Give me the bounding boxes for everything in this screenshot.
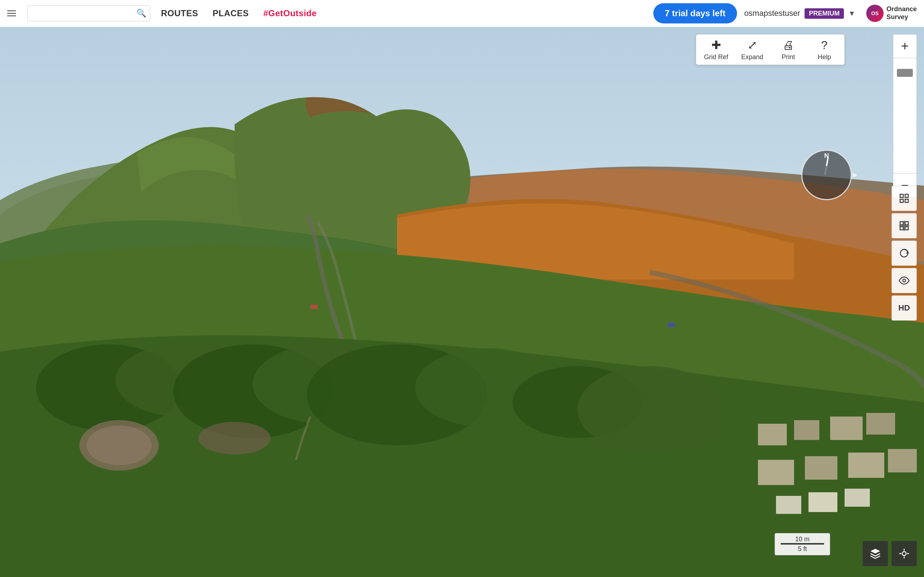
scale-top-label: 10 m [795,535,809,543]
svg-point-37 [902,552,906,556]
svg-point-36 [903,279,906,282]
location-button[interactable] [892,541,917,566]
zoom-slider-container [893,58,917,174]
svg-rect-19 [888,449,917,472]
print-icon: 🖨 [782,39,794,52]
grid-ref-button[interactable]: ✚ Grid Ref [703,38,729,61]
map-toolbar: ✚ Grid Ref ⤢ Expand 🖨 Print ? Help [696,34,845,65]
scale-line [781,543,824,545]
help-icon: ? [821,39,828,52]
header: Edinburgh, City of Edinburg 🔍 ROUTES PLA… [0,0,924,27]
map-view[interactable]: ✚ Grid Ref ⤢ Expand 🖨 Print ? Help + − [0,27,924,577]
expand-button[interactable]: ⤢ Expand [740,38,765,61]
grid-ref-icon: ✚ [711,38,721,52]
svg-rect-26 [905,194,908,198]
svg-rect-15 [866,413,895,435]
svg-rect-22 [845,488,870,507]
trial-button[interactable]: 7 trial days left [653,3,737,23]
routes-link[interactable]: ROUTES [161,8,198,18]
svg-rect-27 [900,200,903,203]
satellite-button[interactable] [892,213,917,239]
os-logo-text: OrdnanceSurvey [887,5,917,21]
expand-icon: ⤢ [748,38,757,52]
expand-label: Expand [741,53,763,61]
svg-rect-28 [905,200,908,203]
svg-rect-20 [776,496,801,514]
zoom-controls: + − [893,34,917,197]
grid-ref-label: Grid Ref [704,53,728,61]
compass-circle: N [801,150,852,200]
svg-rect-31 [900,227,903,230]
search-button[interactable]: 🔍 [136,9,146,18]
svg-point-10 [87,425,152,465]
username-label: osmapstestuser [744,9,800,18]
compass-arrow-right: ► [851,170,859,180]
user-dropdown-arrow[interactable]: ▼ [848,10,855,18]
svg-rect-18 [848,453,884,478]
right-tools: HD [892,186,917,321]
svg-rect-13 [794,420,819,440]
svg-rect-24 [668,323,675,327]
search-input[interactable]: Edinburgh, City of Edinburg [31,8,134,18]
os-logo: OS OrdnanceSurvey [866,5,917,22]
help-label: Help [817,53,831,61]
svg-rect-17 [805,456,837,480]
hd-button[interactable]: HD [892,295,917,321]
eye-view-button[interactable] [892,268,917,293]
help-button[interactable]: ? Help [812,39,837,61]
zoom-in-button[interactable]: + [893,34,917,58]
reset-view-button[interactable] [892,240,917,266]
svg-point-8 [577,366,722,453]
nav-links: ROUTES PLACES #GetOutside [161,8,317,18]
compass[interactable]: N ► [801,150,852,200]
svg-rect-16 [758,460,794,485]
svg-rect-23 [310,305,318,309]
layers-button[interactable] [863,541,888,566]
svg-rect-12 [758,424,787,445]
svg-rect-25 [900,194,903,198]
getoutside-link[interactable]: #GetOutside [263,8,317,18]
bottom-right-buttons [863,541,917,566]
svg-rect-14 [830,416,863,440]
map-layer-button[interactable] [892,186,917,211]
svg-rect-29 [900,222,903,225]
search-container: Edinburgh, City of Edinburg 🔍 [27,5,150,21]
premium-badge: PREMIUM [804,8,844,19]
svg-rect-32 [905,227,908,230]
places-link[interactable]: PLACES [213,8,249,18]
zoom-in-icon: + [901,39,908,54]
print-button[interactable]: 🖨 Print [775,39,801,61]
svg-rect-21 [809,492,837,512]
os-logo-icon: OS [866,5,884,22]
scale-bottom-label: 5 ft [798,545,807,553]
menu-button[interactable] [7,7,20,20]
svg-rect-30 [905,222,908,225]
svg-point-11 [199,422,271,455]
print-label: Print [782,53,795,61]
scale-bar: 10 m 5 ft [775,533,830,555]
user-section: osmapstestuser PREMIUM ▼ [744,8,855,19]
